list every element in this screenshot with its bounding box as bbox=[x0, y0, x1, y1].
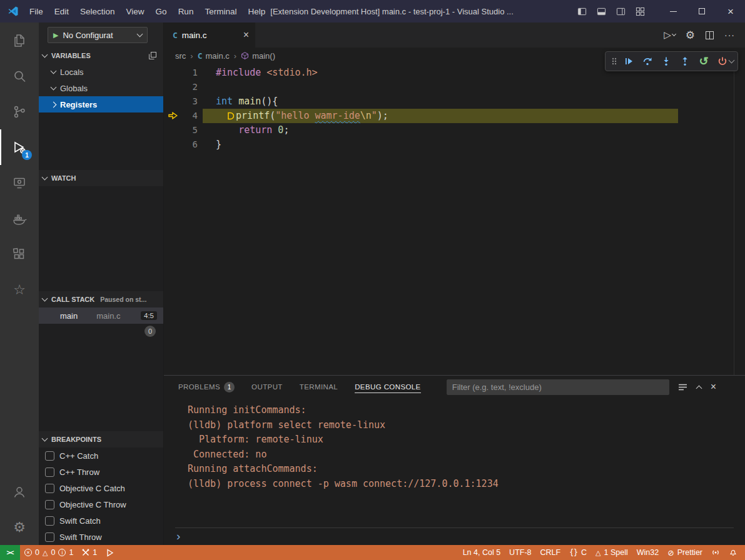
breadcrumb-symbol[interactable]: main() bbox=[241, 51, 275, 61]
line-number[interactable]: 2 bbox=[164, 80, 198, 94]
split-editor-icon[interactable] bbox=[705, 31, 714, 40]
menu-edit[interactable]: Edit bbox=[49, 0, 74, 22]
scrollbar[interactable] bbox=[734, 64, 734, 375]
step-over-icon[interactable] bbox=[638, 52, 657, 71]
variables-item-globals[interactable]: Globals bbox=[39, 80, 163, 96]
minimize-button[interactable] bbox=[659, 0, 687, 22]
extensions-icon[interactable] bbox=[0, 236, 39, 272]
console-input-row[interactable]: › bbox=[175, 528, 734, 544]
breakpoint-cpp-throw[interactable]: C++ Throw bbox=[39, 464, 163, 480]
more-actions-icon[interactable]: ··· bbox=[724, 30, 735, 40]
breakpoint-swift-throw[interactable]: Swift Throw bbox=[39, 529, 163, 545]
breakpoint-label: C++ Throw bbox=[59, 468, 99, 477]
breakpoint-cpp-catch[interactable]: C++ Catch bbox=[39, 448, 163, 464]
restart-icon[interactable]: ↺ bbox=[694, 52, 713, 71]
code-editor[interactable]: 1 #include <stdio.h> 2 3 int main(){ 4 p… bbox=[164, 64, 745, 375]
code-line-4-current[interactable]: 4 printf("hello wamr-ide\n"); bbox=[164, 109, 745, 123]
eol-indicator[interactable]: CRLF bbox=[536, 545, 565, 560]
stack-frame-row[interactable]: main main.c 4:5 bbox=[39, 308, 163, 324]
checkbox[interactable] bbox=[45, 468, 54, 477]
notifications-bell-icon[interactable] bbox=[724, 545, 745, 560]
line-number[interactable]: 5 bbox=[164, 123, 198, 138]
breakpoints-section-header[interactable]: BREAKPOINTS bbox=[39, 431, 163, 448]
code-line-5[interactable]: 5 return 0; bbox=[164, 123, 745, 138]
menu-selection[interactable]: Selection bbox=[74, 0, 121, 22]
tab-main-c[interactable]: C main.c × bbox=[164, 22, 255, 48]
toggle-secondary-sidebar-icon[interactable] bbox=[616, 7, 626, 16]
tab-debug-console[interactable]: DEBUG CONSOLE bbox=[355, 376, 421, 398]
line-number[interactable]: 6 bbox=[164, 138, 198, 152]
paused-status-label: Paused on st... bbox=[100, 296, 146, 303]
line-number[interactable]: 1 bbox=[164, 66, 198, 80]
spell-checker-status[interactable]: △ 1 Spell bbox=[591, 545, 632, 560]
variables-item-registers[interactable]: Registers bbox=[39, 96, 163, 112]
formatter-status[interactable]: ⊘ Prettier bbox=[663, 545, 707, 560]
close-tab-icon[interactable]: × bbox=[243, 30, 249, 40]
menu-go[interactable]: Go bbox=[150, 0, 173, 22]
launch-config-dropdown[interactable]: ▶ No Configurat bbox=[48, 27, 148, 43]
close-panel-icon[interactable]: × bbox=[711, 382, 716, 392]
checkbox[interactable] bbox=[45, 516, 54, 526]
menu-help[interactable]: Help bbox=[242, 0, 271, 22]
code-line-2[interactable]: 2 bbox=[164, 80, 745, 94]
source-control-icon[interactable] bbox=[0, 94, 39, 129]
toggle-sidebar-icon[interactable] bbox=[577, 7, 587, 16]
cursor-position[interactable]: Ln 4, Col 5 bbox=[459, 545, 505, 560]
watch-section-header[interactable]: WATCH bbox=[39, 170, 163, 186]
console-filter-input[interactable] bbox=[447, 379, 669, 395]
line-number[interactable]: 3 bbox=[164, 94, 198, 109]
search-icon[interactable] bbox=[0, 58, 39, 94]
step-into-icon[interactable] bbox=[657, 52, 676, 71]
step-out-icon[interactable] bbox=[676, 52, 694, 71]
run-file-button[interactable]: ▷ bbox=[664, 29, 676, 41]
debug-status[interactable] bbox=[101, 545, 118, 560]
checkbox[interactable] bbox=[45, 500, 54, 509]
toggle-panel-icon[interactable] bbox=[597, 7, 606, 16]
variables-section-header[interactable]: VARIABLES bbox=[39, 48, 163, 64]
breadcrumb-folder[interactable]: src bbox=[175, 51, 186, 61]
language-mode[interactable]: {} C bbox=[565, 545, 591, 560]
maximize-button[interactable] bbox=[687, 0, 716, 22]
remote-explorer-icon[interactable] bbox=[0, 165, 39, 201]
encoding-indicator[interactable]: UTF-8 bbox=[505, 545, 535, 560]
breakpoint-objc-throw[interactable]: Objective C Throw bbox=[39, 496, 163, 512]
toolchain-status[interactable]: 1 bbox=[78, 545, 101, 560]
call-stack-section-header[interactable]: CALL STACK Paused on st... bbox=[39, 291, 163, 308]
checkbox[interactable] bbox=[45, 532, 54, 542]
maximize-panel-icon[interactable] bbox=[696, 385, 702, 391]
tab-problems[interactable]: PROBLEMS 1 bbox=[178, 376, 235, 398]
breadcrumb-separator-icon: › bbox=[234, 51, 236, 61]
editor-settings-gear-icon[interactable]: ⚙ bbox=[686, 29, 695, 42]
checkbox[interactable] bbox=[45, 484, 54, 493]
star-icon[interactable]: ☆ bbox=[0, 272, 39, 308]
broadcast-icon[interactable] bbox=[707, 545, 724, 560]
breakpoint-objc-catch[interactable]: Objective C Catch bbox=[39, 480, 163, 496]
collapse-all-icon[interactable] bbox=[148, 51, 157, 60]
tab-output[interactable]: OUTPUT bbox=[251, 376, 283, 398]
breadcrumb-file[interactable]: C main.c bbox=[198, 51, 230, 61]
explorer-icon[interactable] bbox=[0, 22, 39, 58]
toolbar-grip-handle[interactable] bbox=[609, 56, 619, 66]
code-line-6[interactable]: 6 } bbox=[164, 138, 745, 152]
variables-item-locals[interactable]: Locals bbox=[39, 64, 163, 80]
remote-indicator[interactable]: >< bbox=[0, 545, 20, 560]
debug-console-output[interactable]: Running initCommands: (lldb) platform se… bbox=[164, 398, 745, 528]
menu-file[interactable]: File bbox=[24, 0, 49, 22]
problems-status[interactable]: × 0 △ 0 i 1 bbox=[20, 545, 78, 560]
customize-layout-icon[interactable] bbox=[636, 7, 645, 16]
menu-view[interactable]: View bbox=[121, 0, 150, 22]
platform-indicator[interactable]: Win32 bbox=[632, 545, 663, 560]
docker-icon[interactable] bbox=[0, 201, 39, 236]
code-line-3[interactable]: 3 int main(){ bbox=[164, 94, 745, 109]
tab-terminal[interactable]: TERMINAL bbox=[300, 376, 338, 398]
settings-gear-icon[interactable]: ⚙ bbox=[0, 509, 39, 545]
breakpoint-swift-catch[interactable]: Swift Catch bbox=[39, 512, 163, 529]
menu-run[interactable]: Run bbox=[173, 0, 200, 22]
account-icon[interactable] bbox=[0, 474, 39, 509]
console-lines-icon[interactable] bbox=[678, 383, 687, 391]
run-and-debug-icon[interactable]: 1 bbox=[0, 129, 39, 165]
close-button[interactable]: × bbox=[716, 0, 745, 22]
checkbox[interactable] bbox=[45, 451, 54, 461]
menu-terminal[interactable]: Terminal bbox=[199, 0, 242, 22]
continue-icon[interactable] bbox=[619, 52, 638, 71]
